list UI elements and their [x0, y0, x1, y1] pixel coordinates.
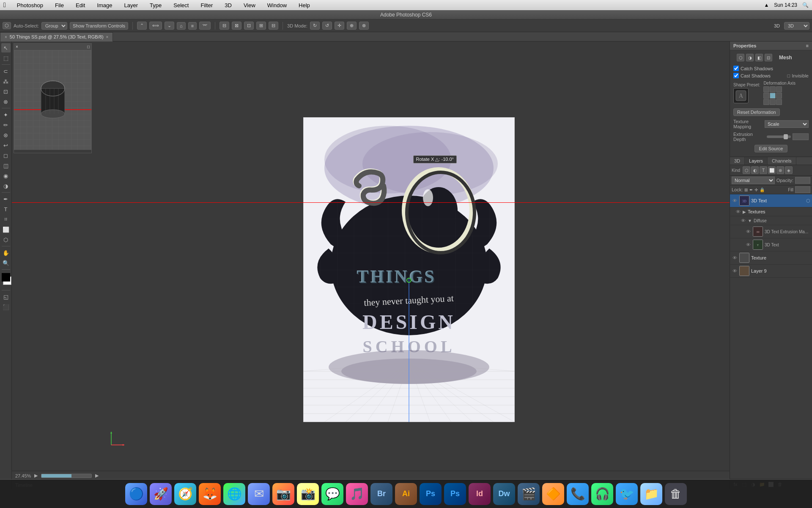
gradient-tool[interactable]: ◫: [1, 161, 11, 170]
3d-scale-btn[interactable]: ⊗: [359, 22, 369, 30]
distribute-btn1[interactable]: ⊟: [219, 22, 229, 30]
dock-launchpad[interactable]: 🚀: [150, 483, 172, 505]
deform-cell-6[interactable]: [763, 99, 769, 105]
mesh-tab-btn-1[interactable]: ⬡: [737, 54, 744, 61]
menu-photoshop[interactable]: Photoshop: [14, 1, 46, 9]
history-brush[interactable]: ↩: [1, 141, 11, 150]
fill-input[interactable]: 100%: [795, 186, 810, 193]
menu-edit[interactable]: Edit: [73, 1, 88, 9]
layer-item-textures[interactable]: 👁 ▶ Textures: [730, 207, 812, 216]
extrusion-depth-value[interactable]: 1466: [793, 133, 809, 140]
layer-texture-visibility[interactable]: 👁: [732, 255, 738, 261]
foreground-color[interactable]: [2, 273, 10, 282]
mesh-tab-btn-4[interactable]: ⊡: [765, 54, 772, 61]
blur-tool[interactable]: ◉: [1, 171, 11, 180]
quick-select-tool[interactable]: ⁂: [1, 77, 11, 86]
extrusion-slider[interactable]: [767, 135, 791, 138]
clone-tool[interactable]: ⊛: [1, 130, 11, 140]
layers-filter-shape[interactable]: ⬜: [768, 166, 776, 174]
tab-close-btn[interactable]: ×: [106, 35, 109, 39]
tab-3d[interactable]: 3D: [730, 157, 745, 165]
catch-shadows-cb[interactable]: [733, 66, 739, 71]
pen-tool[interactable]: ✒: [1, 194, 11, 204]
shape-preset-box[interactable]: A: [733, 88, 749, 103]
move-tool-btn[interactable]: ⬡: [3, 22, 11, 29]
menu-image[interactable]: Image: [94, 1, 115, 9]
menu-layer[interactable]: Layer: [122, 1, 141, 9]
blend-mode-select[interactable]: Normal Multiply Screen Overlay: [732, 177, 775, 184]
dock-bridge[interactable]: Br: [370, 483, 392, 505]
lasso-tool[interactable]: ⊂: [1, 66, 11, 76]
layer-extrusion-visibility[interactable]: 👁: [745, 229, 751, 235]
distribute-btn3[interactable]: ⊡: [244, 22, 254, 30]
spotlight-icon[interactable]: 🔍: [802, 2, 809, 8]
layers-filter-all[interactable]: ⬡: [743, 166, 750, 174]
dock-photos[interactable]: 📷: [272, 483, 294, 505]
heal-tool[interactable]: ✦: [1, 110, 11, 119]
dock-skype[interactable]: 📞: [567, 483, 589, 505]
dock-indesign[interactable]: Id: [469, 483, 491, 505]
menu-view[interactable]: View: [241, 1, 258, 9]
layer-item-texture[interactable]: 👁 Texture: [730, 251, 812, 265]
crop-tool[interactable]: ⊡: [1, 87, 11, 96]
progress-arrow[interactable]: ▶: [95, 473, 99, 478]
layer-item-extrusion[interactable]: 👁 3D 3D Text Extrusion Ma...: [730, 225, 812, 238]
dock-twitter[interactable]: 🐦: [616, 483, 638, 505]
3d-mode-select[interactable]: 3D: [784, 22, 809, 30]
dock-iphoto[interactable]: 📸: [297, 483, 319, 505]
deform-cell-3[interactable]: [763, 93, 769, 99]
layer-textures-visibility[interactable]: 👁: [735, 209, 741, 215]
deform-cell-8[interactable]: [776, 99, 782, 105]
3d-pan-btn[interactable]: ✛: [335, 22, 344, 30]
deform-cell-4[interactable]: [770, 93, 776, 99]
menu-file[interactable]: File: [52, 1, 66, 9]
dock-itunes[interactable]: 🎵: [346, 483, 368, 505]
thumbnail-close[interactable]: ×: [16, 44, 18, 49]
3d-tool[interactable]: ⬡: [1, 235, 11, 244]
dock-illustrator[interactable]: Ai: [395, 483, 417, 505]
menu-type[interactable]: Type: [147, 1, 164, 9]
layer-layer9-visibility[interactable]: 👁: [732, 268, 738, 274]
eraser-tool[interactable]: ◻: [1, 151, 11, 160]
marquee-tool[interactable]: ⬚: [1, 53, 11, 63]
dock-photoshop[interactable]: Ps: [420, 483, 442, 505]
type-tool[interactable]: T: [1, 204, 11, 214]
menu-help[interactable]: Help: [296, 1, 313, 9]
deform-cell-2[interactable]: [776, 86, 782, 92]
layer-item-diffuse[interactable]: 👁 ▼ Diffuse: [730, 216, 812, 225]
align-bottom-btn[interactable]: ⌄: [165, 22, 174, 30]
distribute-btn4[interactable]: ⊞: [256, 22, 266, 30]
align-right-btn[interactable]: ⌤: [199, 22, 211, 30]
main-canvas[interactable]: Rotate X △: -10.0°: [303, 117, 515, 422]
opacity-input[interactable]: 100%: [795, 177, 810, 184]
dock-messages[interactable]: 💬: [321, 483, 343, 505]
layers-filter-on[interactable]: ◈: [785, 166, 793, 174]
layer-diffuse-visibility[interactable]: 👁: [740, 218, 746, 224]
lock-icon-pos[interactable]: ⊞: [744, 188, 748, 192]
distribute-btn5[interactable]: ⊟: [269, 22, 278, 30]
dock-trash[interactable]: 🗑: [665, 483, 687, 505]
layer-item-layer9[interactable]: 👁 Layer 9: [730, 265, 812, 278]
lock-icon-move[interactable]: ✛: [754, 188, 758, 192]
layer-3d-text-sub-visibility[interactable]: 👁: [745, 242, 751, 248]
dock-ps2[interactable]: Ps: [444, 483, 466, 505]
3d-slide-btn[interactable]: ⊕: [347, 22, 357, 30]
dock-folder[interactable]: 📁: [640, 483, 662, 505]
dock-chrome[interactable]: 🌐: [223, 483, 245, 505]
align-vcenter-btn[interactable]: ⟺: [149, 22, 162, 30]
align-hcenter-btn[interactable]: ≡: [188, 22, 197, 30]
apple-menu[interactable]: : [3, 1, 6, 9]
hand-tool[interactable]: ✋: [1, 248, 11, 257]
menu-select[interactable]: Select: [171, 1, 191, 9]
layer-3d-text-visibility[interactable]: 👁: [732, 198, 738, 204]
deform-cell-1[interactable]: [770, 86, 776, 92]
thumbnail-expand[interactable]: □: [87, 44, 90, 49]
lock-icon-all[interactable]: 🔒: [760, 188, 765, 192]
tab-layers[interactable]: Layers: [745, 157, 768, 165]
dock-spotify[interactable]: 🎧: [591, 483, 613, 505]
menu-filter[interactable]: Filter: [198, 1, 215, 9]
dodge-tool[interactable]: ◑: [1, 181, 11, 190]
deform-cell-7[interactable]: [770, 99, 776, 105]
menu-3d[interactable]: 3D: [222, 1, 234, 9]
layers-filter-smart[interactable]: ⊛: [776, 166, 784, 174]
